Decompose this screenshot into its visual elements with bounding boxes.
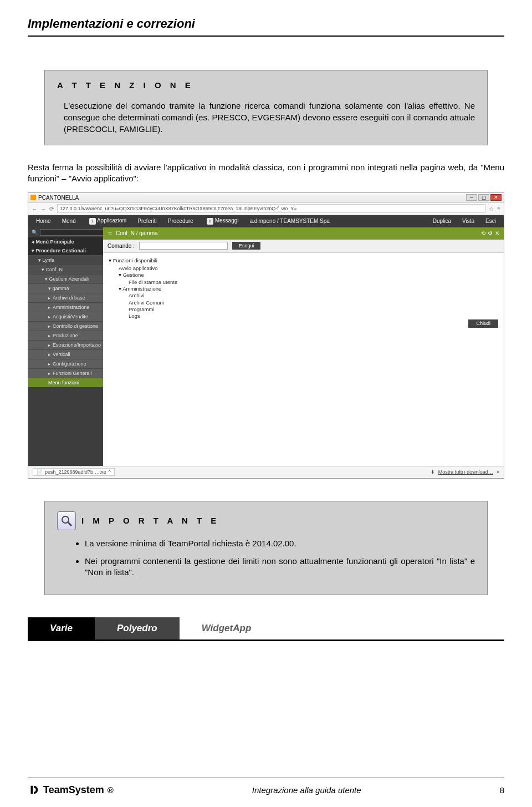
sidebar-item-verticali[interactable]: ▸Verticali [28,349,103,359]
app-menubar: Home Menù 1 Applicazioni Preferiti Proce… [28,215,504,227]
section-col-3: WidgetApp [180,617,274,639]
fn-stampa[interactable]: File di stampa utente [109,279,498,286]
app-screenshot: PCANTONELLA – ▢ ✕ ← → ⟳ 127.0.0.1/www/en… [28,192,504,479]
menu-procedure[interactable]: Procedure [163,218,198,224]
attention-box: A T T E N Z I O N E L'esecuzione del com… [44,70,488,145]
menu-duplica[interactable]: Duplica [428,218,456,224]
favicon-icon [30,195,36,200]
tab-bar: ☆ Conf_N / gamma ⟲ ⚙ ✕ [103,227,504,240]
menu-icon[interactable]: ≡ [497,206,500,212]
fn-logs[interactable]: Logs [109,313,498,319]
sidebar-item-acquisti[interactable]: ▸Acquisti/Vendite [28,312,103,321]
svg-point-0 [62,516,69,523]
attention-title: A T T E N Z I O N E [57,80,475,90]
tab-close-icon[interactable]: ✕ [495,230,499,236]
close-download-bar[interactable]: × [497,469,499,475]
important-bullet-2: Nei programmi contenenti la gestione dei… [85,556,475,578]
sidebar-item-archivi[interactable]: ▸Archivi di base [28,293,103,302]
fn-avvio[interactable]: Avvio applicativo [109,265,498,272]
sidebar-item-funzioni-generali[interactable]: ▸Funzioni Generali [28,368,103,378]
file-icon: 📄 [37,469,43,475]
body-paragraph: Resta ferma la possibilità di avviare l'… [28,162,504,185]
download-item[interactable]: 📄 push_2129689adfd7b….txe ^ [33,468,115,476]
tab-refresh-icon[interactable]: ⟲ [481,230,485,236]
command-input[interactable] [139,242,228,250]
chiudi-button[interactable]: Chiudi [468,319,498,328]
menu-vista[interactable]: Vista [458,218,479,224]
search-icon[interactable]: 🔍 [32,230,38,235]
command-label: Comando : [108,243,135,249]
sidebar-item-menu-funzioni[interactable]: Menu funzioni [28,378,103,387]
menu-esci[interactable]: Esci [481,218,500,224]
section-col-2: Polyedro [95,617,180,639]
command-bar: Comando : Esegui [103,240,504,253]
bookmark-icon[interactable]: ☆ [489,206,494,212]
msg-count-badge: 0 [207,218,213,225]
section-heading-bar: Varie Polyedro WidgetApp [28,617,504,641]
section-col-1: Varie [28,617,95,639]
sidebar-item-estrazione[interactable]: ▸Estrazione/Importazio [28,340,103,349]
important-title: I M P O R T A N T E [81,516,219,525]
menu-menu[interactable]: Menù [58,218,80,224]
back-icon[interactable]: ← [32,206,37,212]
url-bar[interactable]: 127.0.0.1/www/enc_url?u=QQXmG3FEcyCuUnX8… [57,204,485,213]
menu-applicazioni[interactable]: 1 Applicazioni [83,217,131,225]
page-footer: TeamSystem® Integrazione alla guida uten… [28,778,504,796]
maximize-button[interactable]: ▢ [478,194,489,201]
sidebar-item-gamma[interactable]: ▾ gamma [28,283,103,293]
download-filename: push_2129689adfd7b….txe [45,469,106,475]
download-indicator-icon: ⬇ [431,469,435,475]
esegui-button[interactable]: Esegui [232,242,261,250]
page-title: Implementazioni e correzioni [28,17,504,37]
menu-messaggi[interactable]: 0 Messaggi [200,217,243,225]
show-all-downloads-link[interactable]: Mostra tutti i download… [438,469,493,475]
magnifier-icon [57,511,76,530]
page-number: 8 [500,785,504,795]
sidebar-head-principale[interactable]: ◂ Menù Principale [28,237,103,246]
functions-panel: ▾ Funzioni disponibili Avvio applicativo… [103,253,504,466]
important-box: I M P O R T A N T E La versione minima d… [44,501,488,596]
fn-programmi[interactable]: Programmi [109,306,498,313]
window-titlebar: PCANTONELLA – ▢ ✕ [28,193,504,203]
fn-archivi[interactable]: Archivi [109,292,498,299]
sidebar-item-gestioni[interactable]: ▾ Gestioni Aziendali [28,274,103,283]
registered-mark: ® [108,785,114,795]
sidebar-item-configurazione[interactable]: ▸Configurazione [28,359,103,368]
forward-icon[interactable]: → [40,206,46,212]
fn-amministrazione[interactable]: ▾ Amministrazione [109,286,498,292]
sidebar-item-produzione[interactable]: ▸Produzione [28,331,103,340]
menu-home[interactable]: Home [32,218,55,224]
window-title: PCANTONELLA [38,195,79,201]
main-area: ☆ Conf_N / gamma ⟲ ⚙ ✕ Comando : Esegui … [103,227,504,466]
brand-logo: TeamSystem® [28,784,114,796]
chevron-up-icon[interactable]: ^ [109,469,111,475]
sidebar-item-controllo[interactable]: ▸Controllo di gestione [28,321,103,331]
fn-gestione[interactable]: ▾ Gestione [109,272,498,278]
download-bar: 📄 push_2129689adfd7b….txe ^ ⬇ Mostra tut… [28,466,504,478]
sidebar-item-confn[interactable]: ▾ Conf_N [28,265,103,274]
minimize-button[interactable]: – [466,194,477,201]
browser-toolbar: ← → ⟳ 127.0.0.1/www/enc_url?u=QQXmG3FEcy… [28,203,504,215]
active-tab-title: Conf_N / gamma [116,230,158,236]
sidebar-item-lynfa[interactable]: ▾ Lynfa [28,255,103,265]
svg-line-1 [68,522,71,526]
important-bullet-1: La versione minima di TeamPortal richies… [85,538,475,549]
sidebar-head-procedure[interactable]: ▾ Procedure Gestionali [28,246,103,255]
sidebar: 🔍 ◂ Menù Principale ▾ Procedure Gestiona… [28,227,103,466]
reload-icon[interactable]: ⟳ [49,206,54,212]
sidebar-search-row: 🔍 [28,227,103,237]
functions-header: ▾ Funzioni disponibili [109,256,498,265]
tab-gear-icon[interactable]: ⚙ [488,230,493,236]
footer-center-text: Integrazione alla guida utente [114,785,500,795]
menu-user: a.dimpeno / TEAMSYSTEM Spa [245,218,334,224]
attention-body: L'esecuzione del comando tramite la funz… [64,100,475,135]
star-icon[interactable]: ☆ [108,230,112,236]
fn-archivi-comuni[interactable]: Archivi Comuni [109,300,498,306]
close-window-button[interactable]: ✕ [490,194,502,201]
sidebar-item-amministrazione[interactable]: ▸Amministrazione [28,302,103,312]
app-count-badge: 1 [89,218,96,225]
menu-preferiti[interactable]: Preferiti [133,218,161,224]
